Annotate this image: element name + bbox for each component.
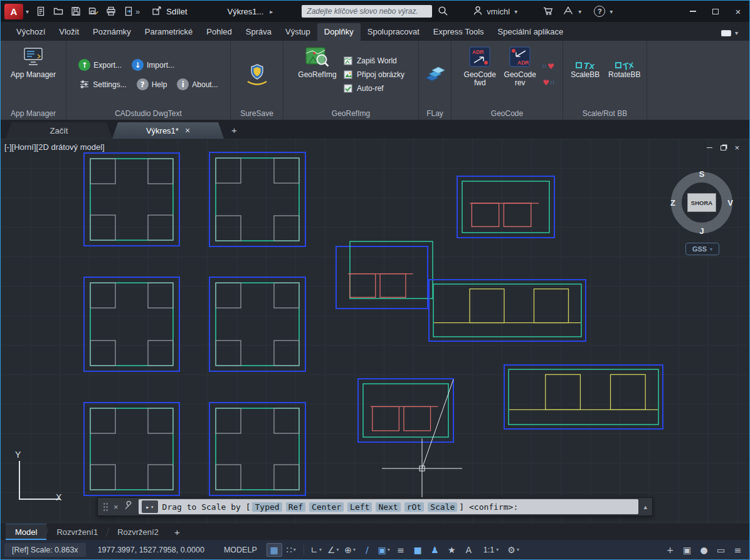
selection-modes-toggle[interactable]: ▣▾ [376, 543, 392, 557]
snap-toggle[interactable]: ∷▾ [283, 543, 299, 557]
search-button[interactable] [437, 5, 448, 18]
geocode-rev-button[interactable]: ADR GeoCode rev [500, 43, 540, 107]
file-tab-drawing1[interactable]: Výkres1* × [112, 122, 224, 139]
open-icon[interactable] [53, 6, 64, 17]
coordinates-display[interactable]: 1977.3997, 1527.7958, 0.0000 [88, 546, 214, 554]
ribbon-tab-vlozit[interactable]: Vložit [52, 23, 86, 41]
app-menu-arrow-icon[interactable]: ▾ [26, 8, 29, 15]
graphics-performance-button[interactable]: ● [696, 543, 712, 557]
new-layout-button[interactable]: + [174, 527, 180, 537]
viewcube-top-face[interactable]: SHORA [687, 193, 716, 212]
flay-icon[interactable] [423, 62, 447, 87]
drawing-canvas[interactable]: [-][Horní][2D drátový model] × S Z V J S… [1, 139, 749, 524]
panel-title[interactable]: SureSave [231, 107, 283, 120]
write-world-button[interactable]: Zapiš World [342, 56, 404, 66]
annotation-scale-control[interactable]: 1:1 ▾ [478, 546, 504, 554]
command-input-icon[interactable]: ▸▾ [142, 500, 158, 513]
title-arrow-icon[interactable]: ▸ [270, 8, 273, 15]
selection-cycling-toggle[interactable]: ≡ [393, 543, 409, 557]
command-option-typed[interactable]: Typed [252, 502, 282, 512]
viewport-minimize-icon[interactable] [707, 147, 712, 149]
viewport-close-icon[interactable]: × [734, 143, 739, 152]
scalebb-button[interactable]: Tx ScaleBB [566, 43, 605, 107]
panel-title[interactable]: FLay [419, 107, 451, 120]
viewcube-north[interactable]: S [699, 169, 705, 179]
export-button[interactable]: ↑ Export... [78, 59, 122, 71]
geocode-fwd-button[interactable]: ADR GeoCode fwd [460, 43, 500, 107]
ref-scale-indicator[interactable]: [Ref] Scale: 0.863x [4, 543, 86, 557]
app-store-button[interactable] [542, 5, 554, 18]
share-button[interactable]: Sdílet [151, 5, 187, 18]
tab-model[interactable]: Model [6, 524, 46, 540]
command-bar-grip[interactable] [103, 502, 108, 512]
panel-title[interactable]: GeoRefImg [283, 107, 418, 120]
ribbon-tab-express-tools[interactable]: Express Tools [426, 23, 491, 41]
ribbon-tab-doplnky[interactable]: Doplňky [317, 23, 361, 41]
command-tools-icon[interactable] [124, 500, 134, 513]
close-button[interactable]: × [727, 1, 749, 22]
qat-more-icon[interactable]: » [135, 7, 140, 16]
search-input[interactable] [302, 5, 432, 18]
autodesk-menu[interactable]: ▾ [562, 5, 583, 18]
annotation-monitor-toggle[interactable]: ♟ [427, 543, 443, 557]
about-button[interactable]: i About... [177, 78, 218, 90]
viewcube-east[interactable]: V [727, 198, 733, 208]
command-option-left[interactable]: Left [347, 502, 372, 512]
ribbon-tab-vystup[interactable]: Výstup [278, 23, 317, 41]
viewcube-west[interactable]: Z [670, 198, 675, 208]
ribbon-tab-specialni-aplikace[interactable]: Speciální aplikace [491, 23, 571, 41]
window-selection-toggle[interactable]: ■ [410, 543, 426, 557]
help-button[interactable]: ? Help [137, 78, 167, 90]
autoscale-toggle[interactable]: ★ [444, 543, 460, 557]
save-icon[interactable] [70, 6, 82, 17]
isolate-objects-button[interactable]: ▣ [679, 543, 695, 557]
viewcube-south[interactable]: J [699, 226, 704, 236]
customization-gear-button[interactable]: ⚙▾ [505, 543, 521, 557]
tab-layout1[interactable]: Rozvržení1 [47, 524, 107, 540]
plot-icon[interactable] [105, 6, 117, 17]
maximize-button[interactable] [704, 1, 727, 22]
grid-toggle[interactable]: ▦ [267, 543, 282, 557]
ribbon-tab-vychozi[interactable]: Výchozí [9, 23, 52, 41]
command-option-scale[interactable]: Scale [428, 502, 457, 512]
command-bar-close-icon[interactable]: × [114, 502, 119, 512]
attach-images-button[interactable]: Připoj obrázky [342, 70, 404, 80]
add-scales-button[interactable]: + [662, 543, 678, 557]
annotation-visibility-toggle[interactable]: A [461, 543, 477, 557]
ribbon-tab-pohled[interactable]: Pohled [199, 23, 238, 41]
georefimg-button[interactable]: GeoRefImg [297, 43, 337, 107]
app-menu-button[interactable]: A [4, 4, 23, 19]
panel-title[interactable]: Scale/Rot BB [563, 107, 647, 120]
close-tab-icon[interactable]: × [185, 125, 190, 135]
model-space-button[interactable]: MODELP [216, 546, 265, 554]
geocode-favorite-2-button[interactable]: ♥∷ [542, 78, 554, 88]
command-option-rot[interactable]: rOt [404, 502, 424, 512]
import-button[interactable]: ↓ Import... [132, 59, 174, 71]
command-option-ref[interactable]: Ref [286, 502, 305, 512]
ribbon-tab-parametricke[interactable]: Parametrické [138, 23, 200, 41]
tab-layout2[interactable]: Rozvržení2 [108, 524, 168, 540]
command-option-next[interactable]: Next [376, 502, 400, 512]
settings-button[interactable]: Settings... [78, 78, 126, 90]
ribbon-tab-poznamky[interactable]: Poznámky [86, 23, 138, 41]
rotatebb-button[interactable]: Tx RotateBB [605, 43, 645, 107]
publish-icon[interactable] [123, 6, 134, 17]
new-tab-button[interactable]: + [231, 125, 237, 135]
panel-title[interactable]: CADstudio DwgText [66, 107, 230, 120]
ribbon-tab-sprava[interactable]: Správa [239, 23, 278, 41]
geocode-favorite-1-button[interactable]: ∷♥ [542, 61, 554, 71]
suresave-icon[interactable] [244, 62, 270, 87]
customization-menu-button[interactable]: ≡ [730, 543, 746, 557]
isodraft-toggle[interactable]: ∟▾ [309, 543, 324, 557]
ribbon-display-toggle[interactable]: ▾ [721, 29, 739, 41]
viewport-controls-label[interactable]: [-][Horní][2D drátový model] [4, 142, 105, 152]
minimize-button[interactable] [682, 1, 704, 22]
app-manager-button[interactable]: App Manager [4, 43, 62, 107]
command-prompt[interactable]: ▸▾ Drag to Scale by [ Typed Ref Center L… [139, 499, 639, 514]
polar-tracking-toggle[interactable]: ∠▾ [325, 543, 341, 557]
clean-screen-button[interactable]: ▭ [713, 543, 729, 557]
ortho-toggle[interactable]: ∕ [359, 543, 375, 557]
signin-menu[interactable]: vmichl ▾ [472, 5, 519, 18]
save-as-icon[interactable] [88, 6, 99, 17]
ribbon-tab-spolupracovat[interactable]: Spolupracovat [361, 23, 426, 41]
